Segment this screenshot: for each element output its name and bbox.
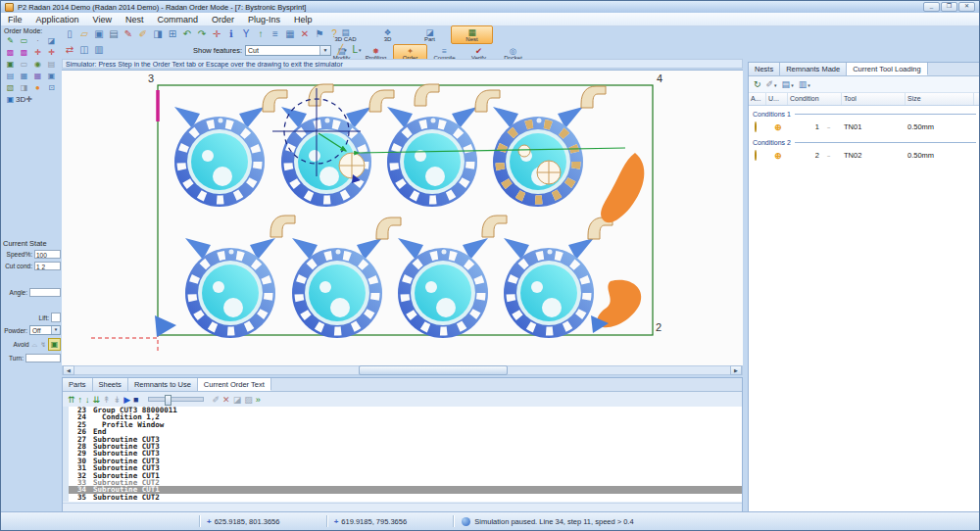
order-mode-tool-icon[interactable]: ▭	[18, 59, 30, 70]
show-features-select[interactable]: Cut ▼	[245, 45, 331, 56]
print-icon[interactable]: ▤	[107, 27, 121, 41]
tooling-icon[interactable]: ✐	[766, 79, 777, 89]
orange-part[interactable]	[597, 280, 641, 327]
column-view-icon[interactable]: ▥	[799, 79, 810, 89]
menu-item[interactable]: Order	[205, 15, 241, 24]
column-header-condition[interactable]: Condition	[788, 93, 842, 105]
swap-icon[interactable]: ⇄	[63, 43, 76, 57]
nest-drawing-canvas[interactable]: 3 4 2	[62, 70, 743, 365]
angle-field[interactable]	[29, 288, 61, 297]
order-mode-tool-icon[interactable]: ◉	[31, 59, 44, 70]
expander-icon[interactable]: −	[827, 153, 831, 159]
part[interactable]	[398, 238, 488, 338]
column-header-size[interactable]: Size	[906, 93, 974, 105]
lift-checkbox[interactable]	[51, 313, 61, 322]
avoid-option-icon[interactable]: ↯	[40, 341, 46, 349]
lightbulb-icon[interactable]	[755, 121, 757, 132]
avoid-selected-icon[interactable]: ▣	[48, 338, 61, 351]
workflow-3d-button[interactable]: ❖ 3D	[367, 25, 409, 44]
column-header-u[interactable]: U...	[766, 93, 788, 105]
menu-item[interactable]: Nest	[119, 15, 151, 24]
powder-select[interactable]: Off ▼	[29, 325, 61, 335]
order-mode-tool-icon[interactable]: ✛	[45, 47, 58, 58]
order-text-line[interactable]: 35 Subroutine CUT2	[69, 494, 742, 501]
order-mode-tool-icon[interactable]: ✎	[4, 35, 17, 46]
column-header-a[interactable]: A...	[749, 93, 766, 105]
order-mode-tool-icon[interactable]: ▤	[4, 71, 17, 81]
stop-icon[interactable]: ■	[133, 395, 138, 405]
part[interactable]	[174, 107, 265, 207]
undo-icon[interactable]: ↶	[180, 27, 194, 41]
step-forward-icon[interactable]: ↓	[85, 395, 90, 405]
layer-icon[interactable]: L	[350, 43, 364, 57]
open-icon[interactable]: ▱	[77, 27, 91, 41]
order-mode-tool-icon[interactable]: ▩	[18, 47, 30, 58]
order-mode-tool-icon[interactable]: ●	[31, 82, 44, 93]
column-header-tool[interactable]: Tool	[842, 93, 906, 105]
lightbulb-icon[interactable]	[755, 150, 757, 161]
order-text-line[interactable]: 25 Profile Window	[69, 421, 742, 428]
order-text-line[interactable]: 28 Subroutine CUT3	[69, 443, 742, 450]
right-tab[interactable]: Remnants Made	[780, 63, 847, 75]
move-icon[interactable]: ✛	[210, 27, 223, 41]
filler-part[interactable]	[376, 217, 401, 239]
filler-part[interactable]	[581, 86, 606, 108]
bottom-tab[interactable]: Current Order Text	[198, 378, 271, 391]
close-button[interactable]: ✕	[958, 2, 975, 12]
menu-item[interactable]: Command	[150, 15, 205, 24]
new-icon[interactable]: ▯	[63, 27, 76, 41]
delete-step-icon[interactable]: ✕	[222, 395, 230, 405]
order-text-line[interactable]: 30 Subroutine CUT3	[69, 458, 742, 464]
order-mode-tool-icon[interactable]: ✛	[31, 47, 44, 58]
pencil-icon[interactable]: ✎	[122, 27, 135, 41]
order-text-line[interactable]: 26 End	[69, 428, 742, 435]
list-icon[interactable]: ≡	[269, 27, 282, 41]
scroll-right-icon[interactable]: ▶	[730, 365, 742, 375]
go-last-icon[interactable]: ⇊	[93, 395, 101, 405]
avoid-option-icon[interactable]: ⌓	[32, 341, 38, 349]
maximize-button[interactable]: ❐	[941, 2, 957, 12]
split-vertical-icon[interactable]: ▥	[92, 43, 106, 57]
speed-slider[interactable]	[148, 397, 204, 402]
tool-row[interactable]: ⊕ 1 − TN01 0.50mm	[749, 120, 980, 134]
menu-item[interactable]: Plug-Ins	[241, 15, 287, 24]
grid-icon[interactable]: ▦	[283, 27, 297, 41]
filler-part[interactable]	[415, 84, 439, 106]
filler-part[interactable]	[309, 84, 333, 106]
delete-icon[interactable]: ✕	[298, 27, 312, 41]
menu-item[interactable]: Application	[29, 15, 86, 24]
filler-part[interactable]	[270, 216, 295, 237]
info-icon[interactable]: ℹ	[224, 27, 238, 41]
paste-icon[interactable]: ⊞	[166, 27, 179, 41]
right-tab[interactable]: Current Tool Loading	[847, 63, 928, 75]
refresh-icon[interactable]: ↻	[754, 79, 761, 89]
speed-field[interactable]: 100	[34, 250, 61, 259]
pierce-icon[interactable]: ⊕	[774, 151, 782, 161]
slider-thumb[interactable]	[165, 395, 172, 406]
measure-icon[interactable]: ╱	[335, 43, 349, 57]
order-text-line[interactable]: 34 Subroutine CUT1	[69, 486, 742, 493]
split-horizontal-icon[interactable]: ◫	[77, 43, 91, 57]
order-mode-tool-icon[interactable]: ◪	[45, 35, 58, 46]
workflow-part-button[interactable]: ◪ Part	[409, 25, 451, 44]
order-text-line[interactable]: 24 Condition 1,2	[69, 413, 742, 420]
order-mode-tool-icon[interactable]: ▤	[45, 59, 58, 70]
cut-cond-field[interactable]: 1 2	[34, 262, 61, 270]
order-mode-tool-icon[interactable]: ▩	[4, 47, 17, 58]
table-view-icon[interactable]: ▤	[782, 79, 794, 89]
part[interactable]	[185, 238, 275, 338]
nest-drawing[interactable]: 3 4 2	[62, 71, 743, 366]
order-mode-tool-icon[interactable]: ▧	[4, 82, 17, 93]
menu-item[interactable]: File	[1, 15, 29, 24]
chevron-down-icon[interactable]: ▼	[51, 326, 60, 334]
bottom-tab[interactable]: Sheets	[93, 378, 128, 391]
pen-icon[interactable]: ✐	[136, 27, 150, 41]
bottom-tab[interactable]: Parts	[63, 378, 93, 391]
order-mode-tool-icon[interactable]: ▣	[4, 59, 17, 70]
order-text-listing[interactable]: 23 Group CUT3 88000011 24 Condition 1,2 …	[63, 407, 742, 502]
bottom-tab[interactable]: Remnants to Use	[128, 378, 198, 391]
go-first-icon[interactable]: ⇈	[68, 395, 75, 405]
jump-forward-icon[interactable]: ↡	[114, 395, 122, 405]
edit-icon[interactable]: ✐	[213, 395, 220, 405]
order-mode-tool-icon[interactable]: ▣	[45, 71, 58, 81]
